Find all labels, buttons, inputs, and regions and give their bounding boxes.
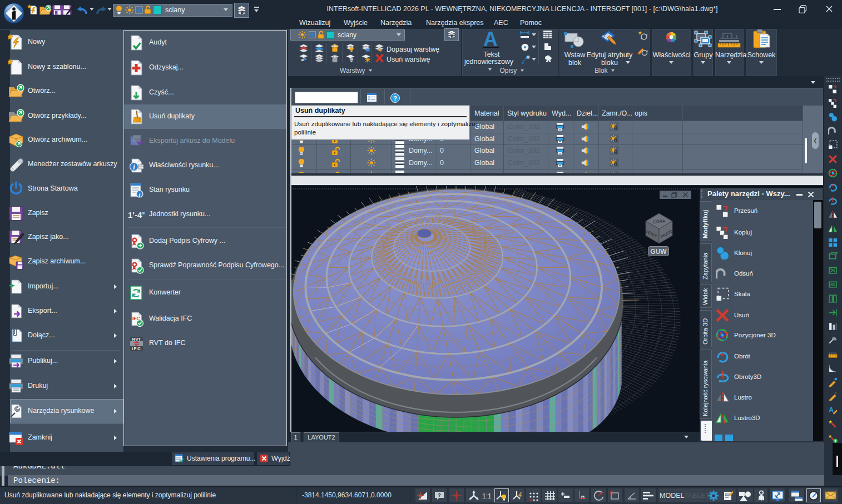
svg-text:IFC: IFC <box>132 346 141 351</box>
svg-text:1'-4": 1'-4" <box>128 210 145 219</box>
svg-text:GÓRA: GÓRA <box>653 218 666 224</box>
svg-text:?: ? <box>393 95 397 102</box>
svg-text:?: ? <box>438 492 441 498</box>
svg-text:i: i <box>139 192 141 198</box>
svg-text:RVT: RVT <box>132 337 141 342</box>
svg-text:A: A <box>829 406 834 414</box>
